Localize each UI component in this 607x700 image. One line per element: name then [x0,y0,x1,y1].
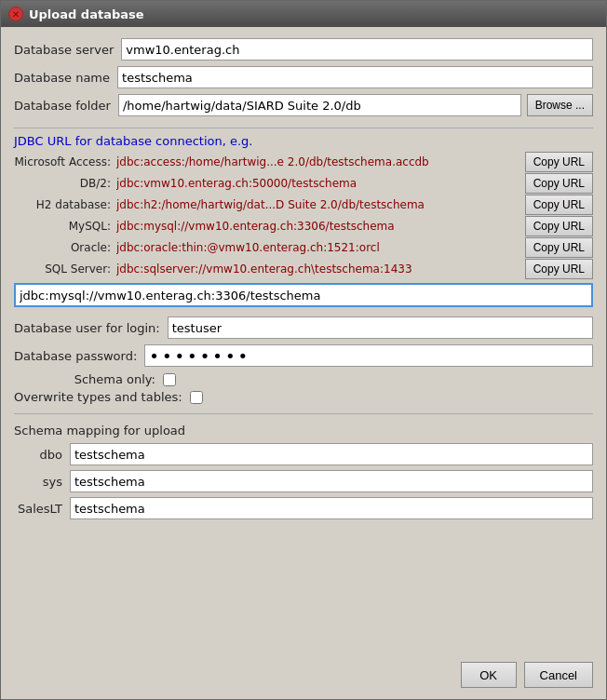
schema-label-dbo: dbo [14,448,70,462]
jdbc-url-db2: jdbc:vmw10.enterag.ch:50000/testschema [116,177,519,190]
schema-only-label: Schema only: [14,372,163,386]
copy-url-mysql-button[interactable]: Copy URL [525,216,593,236]
ok-button[interactable]: OK [461,662,517,688]
schema-section-title: Schema mapping for upload [14,424,593,438]
db-server-row: Database server [14,38,593,61]
db-name-row: Database name [14,66,593,88]
jdbc-label-sqlserver: SQL Server: [14,262,116,276]
copy-url-oracle-button[interactable]: Copy URL [525,237,593,258]
db-folder-input[interactable] [118,94,521,116]
copy-url-h2-button[interactable]: Copy URL [525,195,593,215]
db-folder-label: Database folder [14,99,118,113]
db-user-label: Database user for login: [14,321,168,335]
jdbc-row-mysql: MySQL: jdbc:mysql://vmw10.enterag.ch:330… [14,216,593,236]
db-server-label: Database server [14,43,121,57]
jdbc-main-input-row [14,283,593,307]
jdbc-section: JDBC URL for database connection, e.g. M… [14,134,593,313]
copy-url-sqlserver-button[interactable]: Copy URL [525,259,593,279]
jdbc-url-sqlserver: jdbc:sqlserver://vmw10.enterag.ch\testsc… [116,262,519,276]
db-user-input[interactable] [168,316,593,339]
db-name-label: Database name [14,71,117,85]
jdbc-row-oracle: Oracle: jdbc:oracle:thin:@vmw10.enterag.… [14,237,593,258]
db-server-input[interactable] [121,38,593,61]
schema-input-sys[interactable] [70,470,593,492]
db-password-label: Database password: [14,349,144,363]
overwrite-label: Overwrite types and tables: [14,390,190,404]
overwrite-checkbox[interactable] [190,391,203,404]
db-name-input[interactable] [117,66,593,88]
db-password-row: Database password: [14,344,593,367]
close-button[interactable]: ✕ [8,7,23,21]
jdbc-label-oracle: Oracle: [14,241,116,254]
jdbc-url-oracle: jdbc:oracle:thin:@vmw10.enterag.ch:1521:… [116,241,519,254]
separator-2 [14,413,593,414]
jdbc-url-h2: jdbc:h2:/home/hartwig/dat...D Suite 2.0/… [116,198,519,211]
jdbc-label-msaccess: Microsoft Access: [14,155,116,168]
separator-1 [14,128,593,128]
jdbc-label-h2: H2 database: [14,198,116,211]
schema-label-saleslt: SalesLT [14,502,70,516]
schema-label-sys: sys [14,475,70,489]
jdbc-row-db2: DB/2: jdbc:vmw10.enterag.ch:50000/testsc… [14,173,593,194]
copy-url-db2-button[interactable]: Copy URL [525,173,593,194]
jdbc-url-mysql: jdbc:mysql://vmw10.enterag.ch:3306/tests… [116,220,519,233]
db-folder-row: Database folder Browse ... [14,94,593,116]
jdbc-url-msaccess: jdbc:access:/home/hartwig...e 2.0/db/tes… [116,155,519,168]
jdbc-row-sqlserver: SQL Server: jdbc:sqlserver://vmw10.enter… [14,259,593,279]
dialog-title: Upload database [29,7,144,21]
jdbc-main-input[interactable] [14,283,593,307]
schema-section: Schema mapping for upload dbo sys SalesL… [14,424,593,524]
schema-only-checkbox[interactable] [163,373,176,386]
jdbc-label-mysql: MySQL: [14,220,116,233]
db-password-input[interactable] [144,344,593,367]
schema-row-sys: sys [14,470,593,492]
jdbc-label-db2: DB/2: [14,177,116,190]
button-row: OK Cancel [1,654,606,699]
copy-url-msaccess-button[interactable]: Copy URL [525,152,593,172]
jdbc-row-h2: H2 database: jdbc:h2:/home/hartwig/dat..… [14,195,593,215]
upload-database-dialog: ✕ Upload database Database server Databa… [0,0,607,700]
jdbc-title: JDBC URL for database connection, e.g. [14,134,593,148]
schema-input-dbo[interactable] [70,443,593,465]
schema-row-dbo: dbo [14,443,593,465]
schema-input-saleslt[interactable] [70,497,593,519]
jdbc-row-msaccess: Microsoft Access: jdbc:access:/home/hart… [14,152,593,172]
schema-row-saleslt: SalesLT [14,497,593,519]
overwrite-row: Overwrite types and tables: [14,390,593,404]
cancel-button[interactable]: Cancel [524,662,593,688]
titlebar: ✕ Upload database [1,1,606,27]
schema-only-row: Schema only: [14,372,593,386]
browse-button[interactable]: Browse ... [527,94,593,116]
dialog-content: Database server Database name Database f… [1,27,606,654]
db-user-row: Database user for login: [14,316,593,339]
